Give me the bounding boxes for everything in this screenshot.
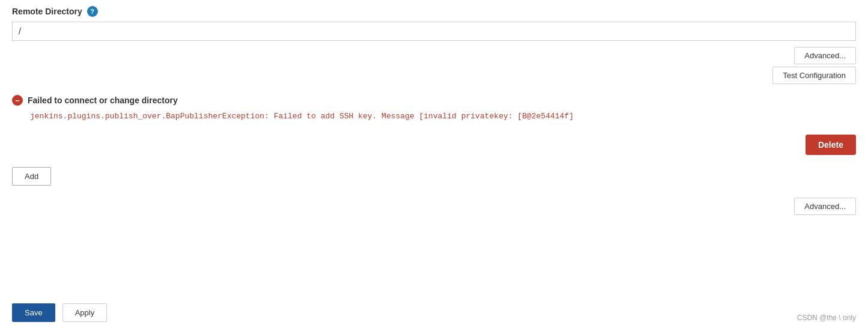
test-configuration-button[interactable]: Test Configuration	[772, 67, 856, 84]
delete-row: Delete	[12, 135, 856, 155]
remote-directory-input[interactable]	[12, 22, 856, 41]
advanced-button-bottom[interactable]: Advanced...	[794, 198, 856, 215]
remote-directory-section: Remote Directory ?	[12, 6, 856, 17]
advanced-button-row-top: Advanced...	[12, 47, 856, 64]
test-config-row: Test Configuration	[12, 67, 856, 84]
page-container: Remote Directory ? Advanced... Test Conf…	[0, 0, 868, 328]
remote-directory-label: Remote Directory	[12, 7, 82, 16]
error-section: − Failed to connect or change directory …	[12, 95, 856, 123]
apply-button[interactable]: Apply	[62, 303, 108, 322]
add-row: Add	[12, 167, 856, 186]
error-title-text: Failed to connect or change directory	[28, 96, 178, 105]
error-icon: −	[12, 95, 23, 106]
watermark: CSDN @the \ only	[797, 314, 856, 322]
footer-row: Save Apply CSDN @the \ only	[12, 303, 856, 322]
advanced-button-top[interactable]: Advanced...	[794, 47, 856, 64]
error-title: − Failed to connect or change directory	[12, 95, 856, 106]
help-icon[interactable]: ?	[87, 6, 98, 17]
save-button[interactable]: Save	[12, 303, 55, 322]
delete-button[interactable]: Delete	[806, 135, 856, 155]
error-message: jenkins.plugins.publish_over.BapPublishe…	[12, 111, 856, 123]
advanced-button-row-bottom: Advanced...	[12, 198, 856, 215]
add-button[interactable]: Add	[12, 167, 51, 186]
